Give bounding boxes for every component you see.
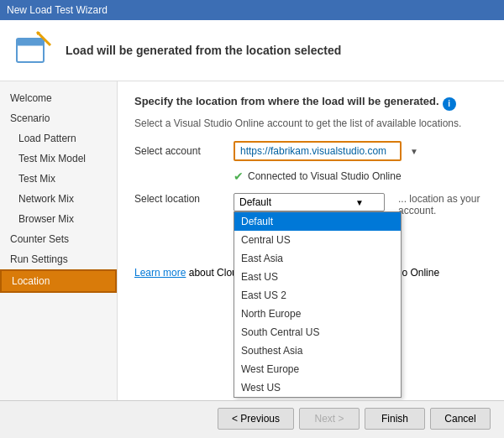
location-dropdown-trigger[interactable]: Default ▼ [234,193,385,211]
sidebar-item-test-mix-model[interactable]: Test Mix Model [0,149,117,169]
location-dropdown-list: Default Central US East Asia East US Eas… [234,211,402,398]
sidebar-item-welcome[interactable]: Welcome [0,88,117,108]
select-location-label: Select location [134,193,227,205]
panel-subtitle: Select a Visual Studio Online account to… [134,117,487,129]
content-area: Welcome Scenario Load Pattern Test Mix M… [0,81,504,400]
header-title: Load will be generated from the location… [66,44,341,57]
location-dropdown-value: Default [239,196,271,208]
location-dropdown-container: Default ▼ Default Central US East Asia E… [234,193,385,211]
location-option-southeast-asia[interactable]: Southest Asia [234,342,401,360]
sidebar-item-counter-sets[interactable]: Counter Sets [0,229,117,249]
svg-rect-1 [17,39,44,45]
previous-button[interactable]: < Previous [218,408,294,430]
account-input[interactable] [234,141,402,161]
location-option-north-europe[interactable]: North Europe [234,305,401,323]
sidebar-item-scenario[interactable]: Scenario [0,108,117,128]
main-panel: Specify the location from where the load… [118,81,504,400]
location-option-east-us-2[interactable]: East US 2 [234,286,401,305]
location-option-central-us[interactable]: Central US [234,231,401,249]
location-option-south-central-us[interactable]: South Central US [234,323,401,342]
main-container: Load will be generated from the location… [0,20,504,436]
select-account-row: Select account ▼ [134,141,487,161]
finish-button[interactable]: Finish [365,408,425,430]
sidebar-item-run-settings[interactable]: Run Settings [0,249,117,269]
sidebar-item-browser-mix[interactable]: Browser Mix [0,209,117,229]
title-bar: New Load Test Wizard [0,0,504,20]
location-option-default[interactable]: Default [234,212,401,231]
panel-title-row: Specify the location from where the load… [134,95,487,112]
wizard-icon [13,30,54,70]
account-dropdown-arrow[interactable]: ▼ [410,147,418,156]
info-icon: i [443,97,456,111]
footer: < Previous Next > Finish Cancel [0,400,504,436]
location-option-west-us[interactable]: West US [234,378,401,397]
next-button[interactable]: Next > [299,408,360,430]
connected-status: ✔ Connected to Visual Studio Online [234,169,487,183]
sidebar-item-load-pattern[interactable]: Load Pattern [0,128,117,149]
location-dropdown-arrow: ▼ [355,198,364,207]
location-option-west-europe[interactable]: West Europe [234,360,401,378]
cancel-button[interactable]: Cancel [430,408,491,430]
location-option-east-us[interactable]: East US [234,268,401,286]
title-bar-label: New Load Test Wizard [7,4,108,16]
learn-more-link[interactable]: Learn more [134,267,186,279]
sidebar: Welcome Scenario Load Pattern Test Mix M… [0,81,118,400]
select-account-label: Select account [134,145,227,157]
check-icon: ✔ [234,169,244,183]
connected-status-text: Connected to Visual Studio Online [248,170,402,182]
header-area: Load will be generated from the location… [0,20,504,81]
panel-title: Specify the location from where the load… [134,95,439,107]
location-option-east-asia[interactable]: East Asia [234,249,401,268]
sidebar-item-network-mix[interactable]: Network Mix [0,189,117,209]
select-location-row: Select location Default ▼ Default Centra… [134,193,487,216]
dropdown-note: ... location as your account. [398,193,487,216]
sidebar-item-test-mix[interactable]: Test Mix [0,169,117,189]
sidebar-item-location[interactable]: Location [0,269,117,293]
